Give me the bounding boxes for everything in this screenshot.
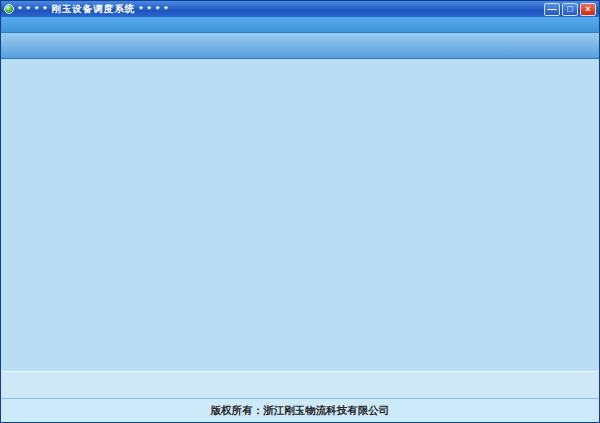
maximize-icon[interactable]: □ — [562, 3, 578, 16]
window-controls: — □ × — [544, 3, 596, 16]
menu-bar — [1, 17, 599, 33]
app-icon — [4, 4, 14, 14]
minimize-icon[interactable]: — — [544, 3, 560, 16]
bottom-tab-bar — [1, 371, 599, 398]
main-area — [1, 59, 599, 371]
copyright-footer: 版权所有：浙江刚玉物流科技有限公司 — [1, 398, 599, 422]
window-title: * * * * 刚玉设备调度系统 * * * * — [18, 3, 540, 16]
app-window: * * * * 刚玉设备调度系统 * * * * — □ × 版权所有：浙江刚玉… — [0, 0, 600, 423]
tab-strip — [1, 33, 599, 59]
title-bar: * * * * 刚玉设备调度系统 * * * * — □ × — [1, 1, 599, 17]
close-icon[interactable]: × — [580, 3, 596, 16]
copyright-text: 版权所有：浙江刚玉物流科技有限公司 — [211, 404, 390, 418]
